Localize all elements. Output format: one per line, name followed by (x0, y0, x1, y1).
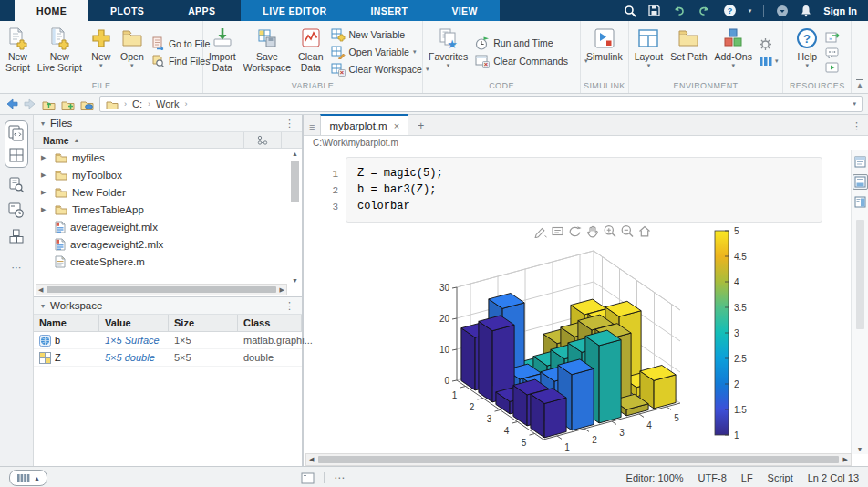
tree-expand-icon[interactable]: ▶ (41, 206, 50, 213)
scroll-thumb[interactable] (291, 161, 299, 202)
rotate-3d-icon[interactable] (568, 224, 583, 238)
workspace-col-size[interactable]: Size (169, 315, 238, 331)
view-output-inline-icon[interactable] (852, 174, 868, 190)
scroll-thumb[interactable] (318, 456, 838, 463)
file-row[interactable]: ▶myToolbox (34, 166, 302, 183)
sign-in-button[interactable]: Sign In (823, 5, 857, 16)
scroll-thumb[interactable] (46, 286, 275, 293)
tab-home[interactable]: HOME (15, 0, 88, 21)
workspace-collapse-icon[interactable]: ▾ (41, 302, 45, 310)
files-panel-icon[interactable] (7, 125, 26, 141)
tree-expand-icon[interactable]: ▶ (41, 171, 50, 179)
cloud-folder-icon[interactable] (80, 98, 94, 110)
view-output-right-icon[interactable] (852, 194, 868, 210)
feedback-icon[interactable] (825, 47, 840, 58)
tab-plots[interactable]: PLOTS (88, 0, 166, 21)
run-and-time-button[interactable]: Run and Time (475, 36, 587, 50)
tree-expand-icon[interactable]: ▶ (41, 189, 50, 196)
scroll-down-icon[interactable]: ▼ (292, 277, 298, 284)
simulink-button[interactable]: Simulink (583, 24, 626, 80)
learn-icon[interactable] (825, 62, 840, 73)
new-live-script-button[interactable]: New Live Script (34, 24, 86, 80)
zoom-out-icon[interactable] (620, 224, 635, 238)
workspace-panel-menu-icon[interactable]: ⋮ (284, 300, 294, 312)
zoom-in-icon[interactable] (603, 224, 617, 238)
close-tab-icon[interactable]: × (394, 120, 399, 131)
import-data-button[interactable]: Import Data (205, 24, 240, 80)
editor-scroll-thumb[interactable] (856, 220, 864, 329)
breadcrumb-folder[interactable]: Work (156, 98, 179, 109)
clear-commands-button[interactable]: × Clear Commands ▾ (475, 54, 587, 68)
view-code-only-icon[interactable] (852, 154, 868, 170)
search-icon[interactable] (624, 5, 636, 17)
new-button[interactable]: New ▾ (86, 24, 117, 80)
profile-menu-icon[interactable] (776, 5, 789, 17)
panel-popup-button[interactable]: ▲ (9, 470, 47, 486)
scroll-right-icon[interactable]: ▶ (841, 456, 851, 463)
workspace-panel-icon[interactable] (7, 147, 26, 163)
tab-apps[interactable]: APPS (166, 0, 237, 21)
community-icon[interactable]: » (825, 32, 840, 44)
files-horizontal-scrollbar[interactable]: ◀ ▶ (36, 284, 287, 295)
workspace-row[interactable]: Z5×5 double5×5double (34, 349, 302, 367)
restore-view-home-icon[interactable] (637, 224, 652, 238)
tree-expand-icon[interactable]: ▶ (41, 154, 50, 161)
files-panel-menu-icon[interactable]: ⋮ (284, 118, 294, 130)
back-icon[interactable] (5, 98, 18, 109)
file-row[interactable]: ▶TimesTableApp (34, 201, 302, 218)
open-variable-button[interactable]: Open Variable ▾ (331, 46, 429, 59)
command-history-panel-icon[interactable] (7, 202, 26, 219)
help-caret-icon[interactable]: ▾ (749, 7, 752, 15)
up-folder-icon[interactable] (42, 98, 56, 110)
file-row[interactable]: averageweight2.mlx (34, 235, 302, 253)
output-horizontal-scrollbar[interactable]: ◀ ▶ (305, 453, 852, 466)
clear-workspace-button[interactable]: × Clear Workspace ▾ (331, 63, 429, 77)
clean-data-button[interactable]: Clean Data (294, 24, 326, 80)
code-line[interactable]: Z = magic(5); (357, 165, 811, 181)
brush-data-icon[interactable] (533, 224, 548, 238)
workspace-table-header[interactable]: Name Value Size Class (34, 315, 302, 332)
path-breadcrumb[interactable]: › C: › Work › ▾ (99, 96, 863, 112)
go-to-file-button[interactable]: Go to File (151, 36, 211, 50)
breadcrumb-drive[interactable]: C: (132, 98, 142, 109)
save-icon[interactable] (648, 5, 660, 16)
new-script-button[interactable]: New Script (2, 24, 34, 80)
tab-live-editor[interactable]: LIVE EDITOR (241, 0, 348, 21)
detail-window-icon[interactable] (301, 472, 315, 484)
search-files-panel-icon[interactable] (7, 177, 26, 193)
code-editor[interactable]: Z = magic(5);b = bar3(Z);colorbar (346, 157, 822, 223)
new-folder-icon[interactable] (61, 98, 75, 110)
scroll-down-icon[interactable]: ▼ (857, 446, 863, 454)
scroll-right-icon[interactable]: ▶ (278, 286, 286, 294)
new-tab-button[interactable]: + (408, 119, 433, 135)
file-row[interactable]: ▶myfiles (34, 149, 302, 166)
help-button[interactable]: ? Help ▾ (791, 24, 822, 80)
editor-document-actions-icon[interactable]: ≡ (304, 121, 320, 135)
add-ons-button[interactable]: Add-Ons ▾ (711, 24, 756, 80)
tab-view[interactable]: VIEW (429, 0, 499, 21)
files-collapse-icon[interactable]: ▾ (41, 119, 45, 128)
code-line[interactable]: b = bar3(Z); (357, 181, 811, 198)
find-files-button[interactable]: Find Files (151, 54, 211, 67)
tab-insert[interactable]: INSERT (348, 0, 429, 21)
status-more-button[interactable]: ⋯ (334, 471, 345, 484)
file-row[interactable]: ▶New Folder (34, 183, 302, 201)
workspace-row[interactable]: b1×5 Surface1×5matlab.graphi... (34, 332, 302, 349)
set-path-button[interactable]: Set Path (666, 24, 710, 80)
breadcrumb-caret-icon[interactable]: ▾ (852, 100, 856, 108)
redo-icon[interactable] (698, 5, 711, 16)
bar3-chart[interactable]: 1234512345010203054.543.532.521.51 (411, 222, 771, 454)
notifications-bell-icon[interactable] (801, 5, 811, 17)
scroll-left-icon[interactable]: ◀ (36, 286, 45, 294)
workspace-col-class[interactable]: Class (238, 315, 302, 331)
git-status-column[interactable] (243, 132, 281, 148)
favorites-button[interactable]: ★ Favorites ▾ (425, 24, 471, 80)
addons-panel-icon[interactable] (7, 228, 26, 244)
new-variable-button[interactable]: New Variable (331, 28, 429, 42)
parallel-columns-icon[interactable] (759, 55, 773, 67)
quick-help-icon[interactable]: ? (723, 4, 737, 17)
save-workspace-button[interactable]: Save Workspace (240, 24, 294, 80)
editor-menu-icon[interactable]: ⋮ (845, 120, 868, 135)
code-line[interactable]: colorbar (357, 198, 811, 214)
preferences-gear-icon[interactable] (759, 37, 779, 51)
